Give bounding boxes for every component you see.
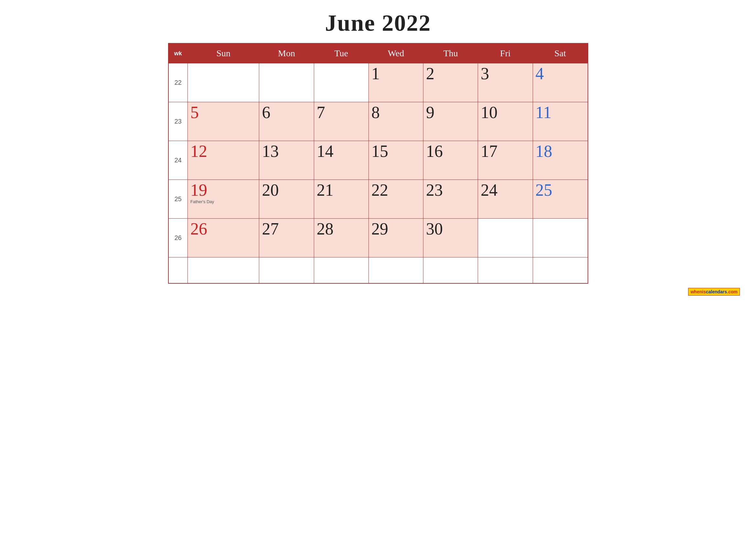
wk-header: wk [168,43,188,63]
day-number: 7 [317,104,366,121]
day-number: 13 [262,143,311,160]
week-number: 24 [168,141,188,180]
day-number: 10 [481,104,530,121]
day-number: 18 [536,143,585,160]
day-number: 22 [371,182,420,199]
header-thu: Thu [423,43,478,63]
day-number: 29 [371,221,420,238]
day-number: 3 [481,65,530,82]
week-number: 23 [168,102,188,141]
header-fri: Fri [478,43,533,63]
calendar-cell [314,258,368,283]
calendar-cell: 13 [259,141,314,180]
header-tue: Tue [314,43,368,63]
calendar-cell: 15 [368,141,423,180]
week-number: 26 [168,219,188,258]
day-number: 8 [371,104,420,121]
watermark-link[interactable]: wheniscalendars.com [688,288,740,296]
header-sun: Sun [188,43,259,63]
calendar-cell: 14 [314,141,368,180]
calendar-cell [533,258,588,283]
calendar-cell: 22 [368,180,423,219]
calendar-cell [478,258,533,283]
calendar-cell: 8 [368,102,423,141]
calendar-cell: 27 [259,219,314,258]
day-number: 14 [317,143,366,160]
calendar-cell: 26 [188,219,259,258]
day-number: 24 [481,182,530,199]
calendar-cell: 28 [314,219,368,258]
calendar-cell: 16 [423,141,478,180]
calendar-cell: 10 [478,102,533,141]
day-number: 9 [426,104,475,121]
calendar-cell [259,258,314,283]
calendar-cell: 2 [423,63,478,102]
week-number: 22 [168,63,188,102]
calendar: wk Sun Mon Tue Wed Thu Fri Sat 221234235… [168,43,588,284]
table-row: 23567891011 [168,102,588,141]
calendar-cell: 17 [478,141,533,180]
day-number: 25 [536,182,585,199]
holiday-label: Father's Day [190,199,256,204]
calendar-cell: 7 [314,102,368,141]
watermark: wheniscalendars.com [688,289,740,295]
table-row: 221234 [168,63,588,102]
calendar-cell: 9 [423,102,478,141]
calendar-cell: 5 [188,102,259,141]
day-number: 12 [190,143,256,160]
week-number [168,258,188,283]
calendar-cell: 11 [533,102,588,141]
header-wed: Wed [368,43,423,63]
calendar-cell: 4 [533,63,588,102]
calendar-cell [188,258,259,283]
calendar-cell: 19Father's Day [188,180,259,219]
day-number: 30 [426,221,475,238]
calendar-cell [259,63,314,102]
day-number: 19 [190,182,256,199]
day-number: 1 [371,65,420,82]
day-number: 4 [536,65,585,82]
day-number: 5 [190,104,256,121]
day-number: 6 [262,104,311,121]
header-mon: Mon [259,43,314,63]
week-number: 25 [168,180,188,219]
table-row: 262627282930 [168,219,588,258]
day-number: 2 [426,65,475,82]
calendar-cell: 6 [259,102,314,141]
day-number: 23 [426,182,475,199]
calendar-cell: 1 [368,63,423,102]
day-number: 17 [481,143,530,160]
day-number: 27 [262,221,311,238]
calendar-cell: 21 [314,180,368,219]
table-row: 2519Father's Day202122232425 [168,180,588,219]
calendar-cell: 24 [478,180,533,219]
day-number: 26 [190,221,256,238]
day-number: 28 [317,221,366,238]
calendar-cell [188,63,259,102]
day-number: 16 [426,143,475,160]
calendar-cell [478,219,533,258]
table-row [168,258,588,283]
calendar-cell [368,258,423,283]
calendar-cell: 20 [259,180,314,219]
page-title: June 2022 [325,10,431,37]
calendar-cell: 30 [423,219,478,258]
calendar-cell: 3 [478,63,533,102]
calendar-table: wk Sun Mon Tue Wed Thu Fri Sat 221234235… [168,43,588,284]
day-number: 15 [371,143,420,160]
table-row: 2412131415161718 [168,141,588,180]
calendar-cell: 25 [533,180,588,219]
calendar-cell [533,219,588,258]
calendar-cell: 29 [368,219,423,258]
header-sat: Sat [533,43,588,63]
calendar-cell [314,63,368,102]
day-number: 11 [536,104,585,121]
day-number: 21 [317,182,366,199]
calendar-cell: 12 [188,141,259,180]
day-number: 20 [262,182,311,199]
calendar-cell: 23 [423,180,478,219]
calendar-cell [423,258,478,283]
calendar-cell: 18 [533,141,588,180]
